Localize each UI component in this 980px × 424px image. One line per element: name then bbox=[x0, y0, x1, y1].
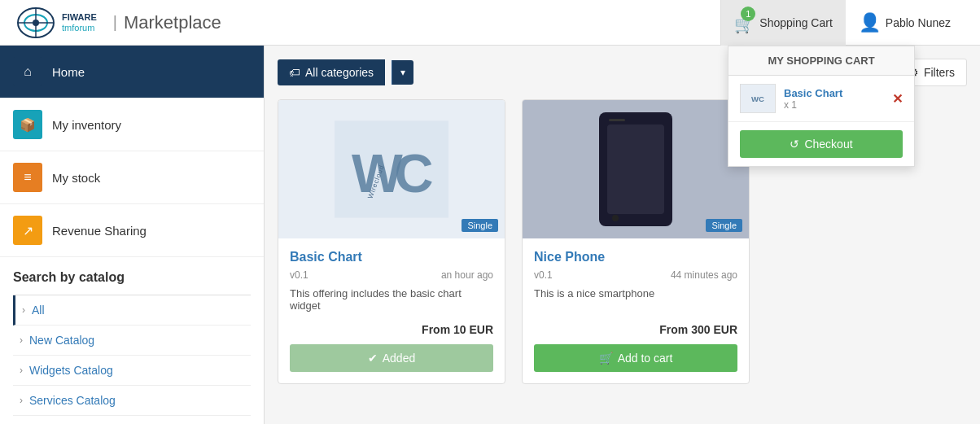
cart-dropdown-title: MY SHOPPING CART bbox=[728, 46, 914, 76]
sidebar-item-home[interactable]: ⌂ Home bbox=[0, 46, 264, 98]
cart-item-remove-button[interactable]: ✕ bbox=[892, 91, 903, 107]
header: FIWARE tmforum | Marketplace 1 🛒 Shoppin… bbox=[0, 0, 980, 46]
cart-badge: 1 bbox=[741, 7, 755, 21]
checkout-label: Checkout bbox=[804, 138, 852, 151]
user-icon: 👤 bbox=[859, 12, 881, 33]
catalog-section: Search by catalog › All › New Catalog › … bbox=[0, 257, 264, 424]
logo-fiware: FIWARE bbox=[62, 12, 97, 22]
product-name-basic-chart: Basic Chart bbox=[290, 250, 493, 264]
chevron-right-icon-3: › bbox=[20, 365, 23, 376]
user-label: Pablo Nunez bbox=[886, 16, 951, 29]
header-divider: | bbox=[113, 13, 117, 32]
fiware-logo-icon bbox=[16, 7, 55, 39]
phone-screen bbox=[607, 125, 664, 214]
sidebar-item-my-stock[interactable]: ≡ My stock bbox=[0, 151, 264, 204]
chevron-right-icon-2: › bbox=[20, 334, 23, 346]
sidebar-item-my-inventory[interactable]: 📦 My inventory bbox=[0, 98, 264, 151]
chevron-right-icon: › bbox=[22, 304, 25, 316]
catalog-section-title: Search by catalog bbox=[13, 270, 251, 285]
page-title: Marketplace bbox=[124, 12, 221, 33]
added-button-basic-chart[interactable]: ✔ Added bbox=[290, 344, 493, 372]
added-label: Added bbox=[383, 352, 415, 365]
share-icon: ↗ bbox=[13, 216, 42, 245]
product-image-nice-phone: Single bbox=[523, 100, 749, 238]
catalog-item-new-label: New Catalog bbox=[29, 334, 94, 347]
logo-tmforum: tmforum bbox=[62, 23, 97, 33]
checkout-icon: ↺ bbox=[790, 138, 799, 151]
product-meta-basic-chart: v0.1 an hour ago bbox=[290, 269, 493, 281]
product-price-basic-chart: From 10 EUR bbox=[290, 323, 493, 336]
add-to-cart-label: Add to cart bbox=[618, 352, 673, 365]
sidebar-item-stock-label: My stock bbox=[52, 171, 100, 185]
product-body-basic-chart: Basic Chart v0.1 an hour ago This offeri… bbox=[278, 238, 505, 383]
stock-icon: ≡ bbox=[13, 163, 42, 192]
product-price-nice-phone: From 300 EUR bbox=[534, 323, 737, 336]
user-menu-button[interactable]: 👤 Pablo Nunez bbox=[846, 0, 964, 46]
product-version-basic-chart: v0.1 bbox=[290, 269, 308, 281]
svg-text:WC: WC bbox=[751, 94, 764, 103]
catalog-item-new-catalog[interactable]: › New Catalog bbox=[13, 326, 251, 356]
sidebar-item-inventory-label: My inventory bbox=[52, 118, 121, 132]
product-card-nice-phone: Single Nice Phone v0.1 44 minutes ago Th… bbox=[522, 99, 750, 384]
svg-text:C: C bbox=[395, 143, 434, 203]
sidebar-item-home-label: Home bbox=[52, 65, 85, 79]
sidebar-item-revenue-label: Revenue Sharing bbox=[52, 224, 147, 238]
product-meta-nice-phone: v0.1 44 minutes ago bbox=[534, 269, 737, 281]
product-badge-single: Single bbox=[462, 219, 498, 232]
cart-item-name: Basic Chart bbox=[784, 87, 892, 99]
cart-item-info: Basic Chart x 1 bbox=[784, 87, 892, 111]
checkout-button[interactable]: ↺ Checkout bbox=[740, 130, 903, 158]
tag-icon: 🏷 bbox=[289, 66, 300, 79]
inventory-icon: 📦 bbox=[13, 110, 42, 139]
home-icon: ⌂ bbox=[13, 57, 42, 86]
cart-item: WC Basic Chart x 1 ✕ bbox=[728, 76, 914, 122]
sidebar-nav: ⌂ Home 📦 My inventory ≡ My stock ↗ Reven… bbox=[0, 46, 264, 257]
catalog-item-services-label: Services Catalog bbox=[29, 394, 116, 407]
wirecloud-logo: W C Wirecloud bbox=[335, 112, 448, 226]
cart-item-thumbnail: WC bbox=[740, 84, 776, 113]
product-desc-basic-chart: This offering includes the basic chart w… bbox=[290, 287, 493, 313]
catalog-item-widgets-label: Widgets Catalog bbox=[29, 364, 113, 377]
product-version-nice-phone: v0.1 bbox=[534, 269, 553, 281]
catalog-item-services-catalog[interactable]: › Services Catalog bbox=[13, 386, 251, 416]
chevron-right-icon-4: › bbox=[20, 395, 23, 406]
chevron-down-icon: ▾ bbox=[400, 67, 405, 78]
sidebar: ⌂ Home 📦 My inventory ≡ My stock ↗ Reven… bbox=[0, 46, 265, 424]
all-categories-button[interactable]: 🏷 All categories bbox=[278, 59, 385, 85]
catalog-item-all-label: All bbox=[32, 304, 45, 317]
cart-label: Shopping Cart bbox=[759, 16, 833, 29]
product-time-basic-chart: an hour ago bbox=[441, 269, 493, 281]
product-name-nice-phone: Nice Phone bbox=[534, 250, 737, 264]
product-image-basic-chart: W C Wirecloud Single bbox=[278, 100, 505, 238]
product-card-basic-chart: W C Wirecloud Single Basic Chart v0.1 an… bbox=[278, 99, 505, 384]
product-desc-nice-phone: This is a nice smartphone bbox=[534, 287, 737, 313]
categories-dropdown-button[interactable]: ▾ bbox=[392, 60, 413, 85]
shopping-cart-button[interactable]: 1 🛒 Shopping Cart bbox=[720, 0, 846, 46]
catalog-list: › All › New Catalog › Widgets Catalog › … bbox=[13, 295, 251, 416]
catalog-item-widgets-catalog[interactable]: › Widgets Catalog bbox=[13, 356, 251, 386]
cart-dropdown: MY SHOPPING CART WC Basic Chart x 1 ✕ ↺ … bbox=[728, 46, 915, 167]
product-badge-single-2: Single bbox=[706, 219, 742, 232]
phone-image bbox=[599, 112, 672, 226]
cart-item-qty: x 1 bbox=[784, 99, 892, 111]
check-icon: ✔ bbox=[368, 352, 378, 365]
product-time-nice-phone: 44 minutes ago bbox=[671, 269, 737, 281]
add-to-cart-button-nice-phone[interactable]: 🛒 Add to cart bbox=[534, 344, 737, 372]
catalog-item-all[interactable]: › All bbox=[13, 295, 251, 326]
filters-label: Filters bbox=[924, 66, 955, 79]
sidebar-item-revenue-sharing[interactable]: ↗ Revenue Sharing bbox=[0, 204, 264, 257]
categories-label: All categories bbox=[305, 66, 374, 79]
product-body-nice-phone: Nice Phone v0.1 44 minutes ago This is a… bbox=[523, 238, 749, 383]
logo: FIWARE tmforum bbox=[16, 7, 97, 39]
cart-small-icon: 🛒 bbox=[599, 352, 613, 365]
